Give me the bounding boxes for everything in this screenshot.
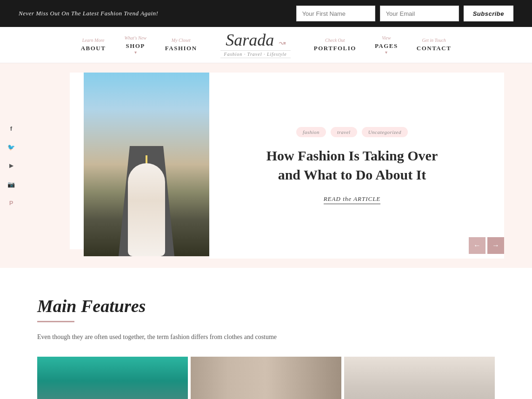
hero-image-container	[84, 73, 209, 259]
feature-image-3	[344, 357, 495, 399]
subscribe-form: Subscribe	[296, 6, 513, 21]
feature-image-1	[37, 357, 188, 399]
logo-tagline: Fashion · Travel · Lifestyle	[220, 50, 291, 58]
logo-squiggle: ↝	[278, 38, 285, 47]
feature-image-2	[191, 357, 341, 399]
nav-pages[interactable]: View PAGES ▾	[375, 35, 398, 55]
hero-image	[84, 73, 209, 256]
slider-arrows: ← →	[469, 237, 504, 254]
nav-shop-sub: What's New	[124, 35, 146, 40]
nav-portfolio-main: PORTFOLIO	[314, 45, 356, 52]
nav-right: Check Out PORTFOLIO View PAGES ▾ Get in …	[314, 35, 452, 55]
hero-content: fashion travel Uncategorized How Fashion…	[209, 73, 504, 259]
nav-about-main: ABOUT	[81, 45, 106, 52]
subscribe-button[interactable]: Subscribe	[464, 6, 513, 21]
hero-title: How Fashion Is Taking Over and What to D…	[264, 146, 440, 184]
nav-about-sub: Learn More	[81, 38, 106, 43]
read-article-link[interactable]: READ the ARTICLE	[324, 195, 381, 204]
youtube-icon[interactable]: ▶	[7, 161, 16, 170]
nav-fashion[interactable]: My Closet FASHION	[165, 38, 197, 52]
features-title: Main Features	[37, 296, 495, 316]
nav-contact[interactable]: Get in Touch CONTACT	[417, 38, 452, 52]
nav-shop[interactable]: What's New SHOP ▾	[124, 35, 146, 55]
features-images	[37, 357, 495, 399]
features-section: Main Features Even though they are often…	[0, 268, 532, 399]
top-bar-message: Never Miss Out On The Latest Fashion Tre…	[19, 10, 158, 17]
twitter-icon[interactable]: 🐦	[7, 142, 16, 152]
site-logo[interactable]: Sarada ↝ Fashion · Travel · Lifestyle	[197, 32, 314, 58]
main-nav: Learn More ABOUT What's New SHOP ▾ My Cl…	[0, 27, 532, 63]
nav-contact-main: CONTACT	[417, 45, 452, 52]
facebook-icon[interactable]: f	[7, 124, 16, 133]
nav-pages-arrow: ▾	[375, 50, 398, 55]
nav-pages-sub: View	[375, 35, 398, 40]
nav-about[interactable]: Learn More ABOUT	[81, 38, 106, 52]
first-name-input[interactable]	[296, 6, 375, 21]
top-bar: Never Miss Out On The Latest Fashion Tre…	[0, 0, 532, 27]
email-input[interactable]	[380, 6, 459, 21]
nav-portfolio-sub: Check Out	[314, 38, 356, 43]
slider-prev-button[interactable]: ←	[469, 237, 485, 254]
instagram-icon[interactable]: 📷	[7, 180, 16, 189]
nav-shop-main: SHOP	[126, 42, 145, 49]
features-description: Even though they are often used together…	[37, 332, 363, 343]
nav-pages-main: PAGES	[375, 42, 398, 49]
nav-shop-arrow: ▾	[124, 50, 146, 55]
nav-fashion-main: FASHION	[165, 45, 197, 52]
pinterest-icon[interactable]: P	[7, 198, 16, 207]
slider-next-button[interactable]: →	[487, 237, 504, 254]
nav-fashion-sub: My Closet	[165, 38, 197, 43]
hero-section: f 🐦 ▶ 📷 P fashion travel Uncategorized H…	[0, 63, 532, 268]
nav-portfolio[interactable]: Check Out PORTFOLIO	[314, 38, 356, 52]
hero-person-silhouette	[128, 163, 165, 256]
tag-fashion[interactable]: fashion	[296, 127, 326, 137]
nav-left: Learn More ABOUT What's New SHOP ▾ My Cl…	[81, 35, 197, 55]
tags-row: fashion travel Uncategorized	[296, 127, 408, 137]
logo-name: Sarada ↝	[220, 32, 291, 48]
nav-contact-sub: Get in Touch	[417, 38, 452, 43]
social-sidebar: f 🐦 ▶ 📷 P	[0, 114, 22, 217]
tag-uncategorized[interactable]: Uncategorized	[362, 127, 408, 137]
features-underline	[37, 321, 74, 322]
tag-travel[interactable]: travel	[331, 127, 357, 137]
